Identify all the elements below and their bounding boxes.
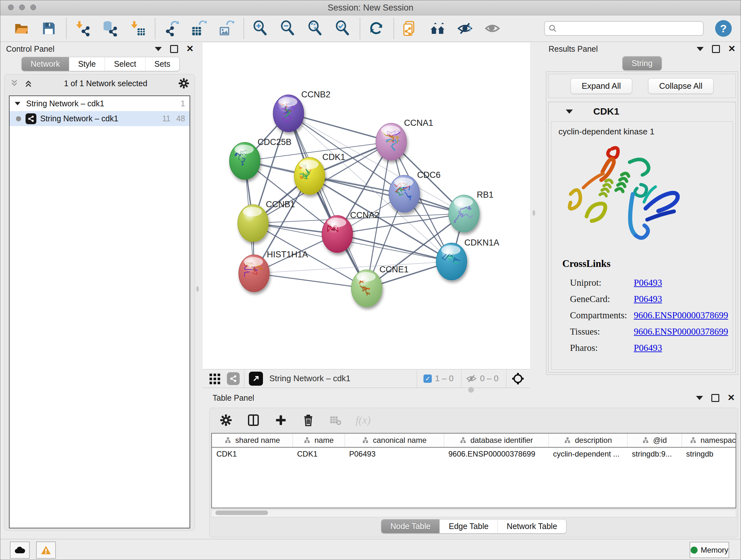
table-cell[interactable]: stringdb:9... bbox=[627, 447, 682, 460]
first-neighbors-icon[interactable] bbox=[428, 19, 447, 37]
export-image-icon[interactable] bbox=[217, 19, 235, 37]
panel-menu-icon[interactable] bbox=[155, 47, 162, 51]
column-header-shared-name[interactable]: shared name bbox=[212, 434, 293, 447]
network-node-CCNA1[interactable]: CCNA1 bbox=[376, 118, 433, 160]
column-header-description[interactable]: description bbox=[549, 434, 627, 447]
network-type-icon bbox=[25, 113, 37, 124]
help-icon[interactable]: ? bbox=[715, 20, 732, 37]
crosslink-link[interactable]: 9606.ENSP00000378699 bbox=[634, 326, 728, 336]
tab-network-table[interactable]: Network Table bbox=[498, 519, 566, 533]
table-horizontal-scrollbar[interactable] bbox=[211, 509, 736, 517]
right-splitter-handle[interactable] bbox=[533, 210, 535, 216]
crosslink-link[interactable]: P06493 bbox=[634, 277, 662, 288]
column-header-namespace[interactable]: namespace bbox=[682, 434, 736, 447]
save-session-icon[interactable] bbox=[40, 19, 58, 37]
hidden-eye-icon[interactable] bbox=[466, 373, 477, 384]
network-node-CDKN1A[interactable]: CDKN1A bbox=[436, 238, 499, 280]
table-cell[interactable]: cyclin-dependent ... bbox=[549, 447, 627, 460]
collapse-all-button[interactable]: Collapse All bbox=[648, 78, 714, 94]
import-network-file-icon[interactable] bbox=[74, 19, 91, 37]
update-network-icon[interactable] bbox=[367, 19, 385, 37]
table-cell[interactable]: 9606.ENSP00000378699 bbox=[444, 447, 549, 460]
network-graph[interactable]: CCNB2CCNA1CDC25BCDK1CDC6RB1CCNB1CCNA2CDK… bbox=[203, 43, 530, 369]
open-in-new-window-icon[interactable] bbox=[249, 372, 263, 386]
close-panel-icon[interactable]: ✕ bbox=[728, 393, 735, 402]
memory-label: Memory bbox=[701, 546, 729, 555]
expand-all-button[interactable]: Expand All bbox=[570, 78, 632, 94]
float-panel-icon[interactable] bbox=[170, 45, 178, 53]
tab-style[interactable]: Style bbox=[69, 57, 105, 71]
network-options-gear-icon[interactable] bbox=[178, 78, 190, 89]
entry-expander-icon[interactable] bbox=[566, 110, 573, 114]
delete-table-icon[interactable] bbox=[328, 413, 343, 428]
tab-select[interactable]: Select bbox=[105, 57, 145, 71]
scrollbar-thumb[interactable] bbox=[215, 510, 268, 515]
show-columns-icon[interactable] bbox=[246, 413, 261, 428]
table-options-gear-icon[interactable] bbox=[219, 413, 233, 428]
network-share-icon[interactable] bbox=[227, 372, 240, 385]
crosslink-link[interactable]: P06493 bbox=[634, 294, 662, 304]
function-builder-icon[interactable]: f(x) bbox=[356, 413, 370, 428]
column-header-name[interactable]: name bbox=[293, 434, 345, 447]
tab-network[interactable]: Network bbox=[22, 57, 69, 71]
collection-expander-icon[interactable] bbox=[15, 102, 20, 105]
panel-menu-icon[interactable] bbox=[696, 396, 703, 400]
panel-menu-icon[interactable] bbox=[697, 47, 704, 51]
clone-network-icon[interactable] bbox=[401, 19, 419, 37]
close-panel-icon[interactable]: ✕ bbox=[728, 44, 736, 53]
network-edge-HIST1H1A-CCNE1[interactable] bbox=[254, 273, 367, 288]
table-cell[interactable]: P06493 bbox=[345, 447, 444, 460]
search-field[interactable] bbox=[544, 21, 704, 36]
delete-column-trash-icon[interactable] bbox=[301, 413, 316, 428]
search-input[interactable] bbox=[560, 23, 699, 34]
add-column-icon[interactable] bbox=[273, 413, 288, 428]
tab-edge-table[interactable]: Edge Table bbox=[440, 519, 498, 533]
hide-selected-eye-icon[interactable] bbox=[456, 19, 474, 37]
column-header-database-identifier[interactable]: database identifier bbox=[444, 434, 549, 447]
crosslink-link[interactable]: P06493 bbox=[634, 343, 662, 353]
application-window: Session: New Session bbox=[0, 0, 741, 560]
birds-eye-grid-icon[interactable] bbox=[209, 373, 221, 385]
network-node-CCNB1[interactable]: CCNB1 bbox=[238, 199, 295, 242]
network-view-canvas[interactable]: CCNB2CCNA1CDC25BCDK1CDC6RB1CCNB1CCNA2CDK… bbox=[203, 43, 530, 369]
show-all-eye-icon[interactable] bbox=[483, 19, 501, 37]
table-cell[interactable]: CDK1 bbox=[212, 447, 293, 460]
import-table-file-icon[interactable] bbox=[129, 19, 146, 37]
table-cell[interactable]: stringdb bbox=[682, 447, 736, 460]
table-cell[interactable]: CDK1 bbox=[293, 447, 345, 460]
column-header-canonical-name[interactable]: canonical name bbox=[345, 434, 444, 447]
open-session-icon[interactable] bbox=[12, 19, 30, 37]
export-table-icon[interactable] bbox=[190, 19, 208, 37]
network-edge-CCNB2-CCNE1[interactable] bbox=[288, 113, 367, 288]
cloud-status-button[interactable] bbox=[10, 542, 30, 559]
zoom-out-icon[interactable] bbox=[279, 19, 296, 37]
warnings-button[interactable] bbox=[36, 542, 56, 559]
float-panel-icon[interactable] bbox=[712, 45, 720, 53]
zoom-selected-icon[interactable] bbox=[333, 19, 351, 37]
crosslink-link[interactable]: 9606.ENSP00000378699 bbox=[634, 310, 728, 320]
network-node-CCNE1[interactable]: CCNE1 bbox=[351, 265, 409, 307]
import-network-database-icon[interactable] bbox=[101, 19, 119, 37]
zoom-in-icon[interactable] bbox=[251, 19, 269, 37]
network-row-selected[interactable]: String Network – cdk1 11 48 bbox=[10, 111, 190, 126]
export-network-icon[interactable] bbox=[162, 19, 180, 37]
navigator-target-icon[interactable] bbox=[511, 372, 525, 386]
network-edge-CCNA2-CDKN1A[interactable] bbox=[337, 234, 452, 261]
zoom-fit-content-icon[interactable] bbox=[306, 19, 324, 37]
collapse-all-icon[interactable] bbox=[10, 78, 19, 88]
tab-node-table[interactable]: Node Table bbox=[381, 519, 440, 533]
float-panel-icon[interactable] bbox=[711, 394, 719, 402]
column-header-id[interactable]: @id bbox=[627, 434, 682, 447]
expand-all-icon[interactable] bbox=[23, 78, 33, 88]
close-panel-icon[interactable]: ✕ bbox=[186, 44, 194, 53]
selected-checkbox-icon[interactable]: ✓ bbox=[423, 374, 432, 383]
memory-button[interactable]: Memory bbox=[690, 542, 729, 558]
crosslink-label: Tissues: bbox=[570, 323, 634, 340]
protein-structure-image bbox=[564, 143, 733, 250]
network-node-RB1[interactable]: RB1 bbox=[449, 190, 494, 232]
network-collection-row[interactable]: String Network – cdk1 1 bbox=[10, 96, 190, 111]
tab-sets[interactable]: Sets bbox=[145, 57, 179, 71]
left-splitter-handle[interactable] bbox=[196, 286, 199, 292]
tab-string[interactable]: String bbox=[623, 57, 661, 70]
selected-node-edge-counts: 1 – 0 bbox=[435, 374, 454, 383]
